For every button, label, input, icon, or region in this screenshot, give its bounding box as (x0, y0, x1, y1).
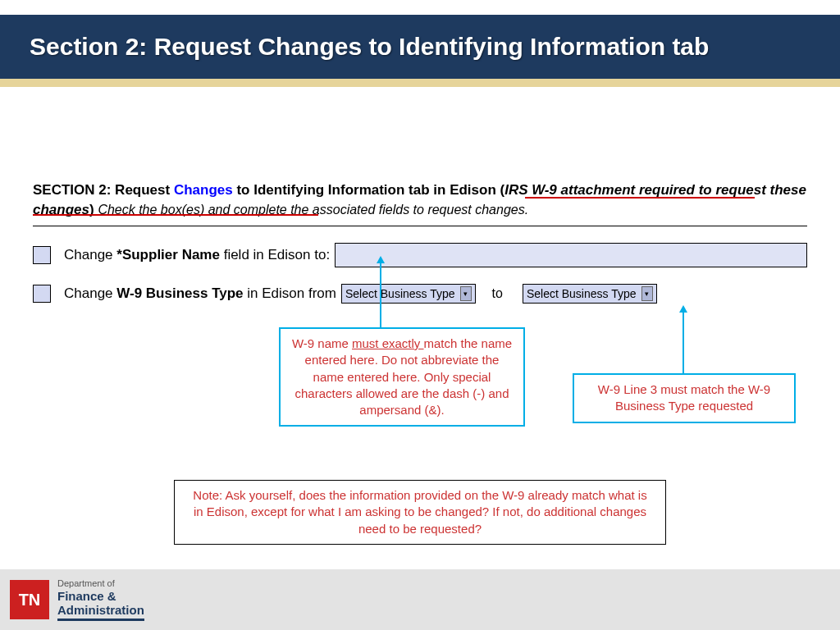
supplier-name-checkbox[interactable] (33, 246, 51, 264)
section-divider (33, 226, 807, 226)
label-pre: Change (64, 247, 116, 262)
callout2-text: W-9 Line 3 must match the W-9 Business T… (598, 382, 770, 413)
label-bold: *Supplier Name (116, 247, 220, 262)
department-text: Department of Finance & Administration (57, 578, 144, 620)
dept-line1: Department of (57, 578, 144, 589)
change-supplier-name-row: Change *Supplier Name field in Edison to… (33, 243, 807, 267)
chevron-down-icon: ▾ (641, 286, 653, 301)
note-box: Note: Ask yourself, does the information… (174, 480, 666, 545)
note-text: Note: Ask yourself, does the information… (193, 488, 646, 536)
business-type-label: Change W-9 Business Type in Edison from (64, 285, 336, 302)
page-title: Section 2: Request Changes to Identifyin… (30, 33, 709, 61)
chevron-down-icon: ▾ (460, 286, 472, 301)
section-changes-word: Changes (174, 182, 233, 198)
callout-arrow-2-line (682, 312, 684, 373)
business-type-to-dropdown[interactable]: Select Business Type ▾ (523, 284, 657, 304)
callout-pre: W-9 name (292, 336, 352, 350)
dropdown-from-value: Select Business Type (345, 287, 455, 300)
red-underline-1 (525, 197, 755, 199)
section-prefix: SECTION 2: Request (33, 182, 174, 198)
business-type-checkbox[interactable] (33, 285, 51, 303)
to-label: to (492, 286, 503, 301)
label-post: field in Edison to: (220, 247, 330, 262)
dept-line2: Finance & (57, 589, 144, 603)
page-footer: TN Department of Finance & Administratio… (0, 569, 840, 630)
business-type-callout: W-9 Line 3 must match the W-9 Business T… (573, 373, 796, 423)
dept-line3: Administration (57, 603, 144, 620)
supplier-name-callout: W-9 name must exactly match the name ent… (279, 327, 525, 427)
label-post: in Edison from (244, 285, 336, 301)
callout-arrow-2-head (679, 305, 687, 313)
callout-arrow-1-line (380, 262, 381, 327)
change-business-type-row: Change W-9 Business Type in Edison from … (33, 284, 807, 304)
callout-underlined: must exactly (352, 336, 424, 350)
page-header: Section 2: Request Changes to Identifyin… (0, 15, 840, 79)
red-underline-2 (33, 214, 318, 216)
section-mid: to Identifying Information tab in Edison… (233, 182, 504, 198)
label-bold: W-9 Business Type (116, 285, 243, 301)
business-type-from-dropdown[interactable]: Select Business Type ▾ (341, 284, 476, 304)
callout-arrow-1-head (377, 256, 385, 263)
label-pre: Change (64, 285, 116, 301)
header-accent-strip (0, 79, 840, 87)
supplier-name-label: Change *Supplier Name field in Edison to… (64, 247, 330, 263)
tn-logo: TN (10, 580, 49, 619)
dropdown-to-value: Select Business Type (527, 287, 637, 300)
supplier-name-input[interactable] (335, 243, 807, 267)
